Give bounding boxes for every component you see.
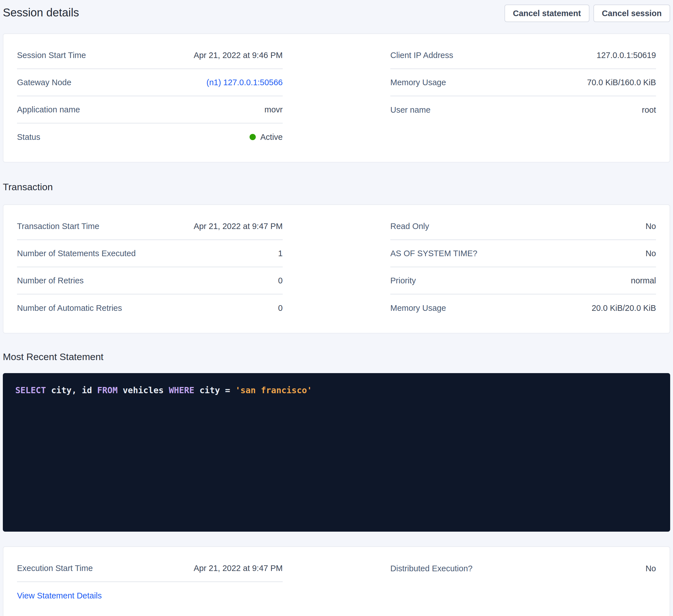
header-actions: Cancel statement Cancel session (504, 5, 670, 22)
session-summary-left-column: Session Start TimeApr 21, 2022 at 9:46 P… (17, 42, 283, 150)
sql-token-plain: vehicles (118, 385, 169, 395)
sql-statement-text: SELECT city, id FROM vehicles WHERE city… (15, 384, 658, 396)
number-of-statements-executed-label: Number of Statements Executed (17, 249, 136, 258)
read-only-value: No (646, 222, 656, 231)
page-title: Session details (3, 5, 79, 20)
user-name-row: User nameroot (390, 96, 656, 123)
transaction-right-column: Read OnlyNoAS OF SYSTEM TIME?NoPriorityn… (390, 213, 656, 322)
execution-right-column: Distributed Execution?No (390, 555, 656, 609)
session-start-time-row: Session Start TimeApr 21, 2022 at 9:46 P… (17, 42, 283, 69)
execution-start-time-label: Execution Start Time (17, 564, 93, 573)
as-of-system-time-value: No (646, 249, 656, 258)
memory-usage-label: Memory Usage (390, 303, 446, 313)
execution-columns: Execution Start TimeApr 21, 2022 at 9:47… (17, 555, 656, 609)
priority-row: Prioritynormal (390, 267, 656, 294)
memory-usage-row: Memory Usage20.0 KiB/20.0 KiB (390, 294, 656, 322)
priority-label: Priority (390, 276, 416, 285)
status-row: StatusActive (17, 123, 283, 150)
session-start-time-label: Session Start Time (17, 51, 86, 60)
as-of-system-time-row: AS OF SYSTEM TIME?No (390, 240, 656, 267)
number-of-retries-value: 0 (278, 276, 283, 285)
number-of-automatic-retries-row: Number of Automatic Retries0 (17, 294, 283, 322)
view-statement-details-row: View Statement Details (17, 582, 283, 609)
session-start-time-value: Apr 21, 2022 at 9:46 PM (194, 51, 283, 60)
status-label: Status (17, 132, 40, 142)
application-name-value: movr (264, 105, 283, 114)
execution-start-time-value: Apr 21, 2022 at 9:47 PM (194, 564, 283, 573)
most-recent-statement-heading: Most Recent Statement (3, 350, 670, 363)
session-summary-right-column: Client IP Address127.0.0.1:50619Memory U… (390, 42, 656, 150)
memory-usage-label: Memory Usage (390, 78, 446, 87)
number-of-statements-executed-value: 1 (278, 249, 283, 258)
view-statement-details-link[interactable]: View Statement Details (17, 591, 102, 600)
transaction-left-column: Transaction Start TimeApr 21, 2022 at 9:… (17, 213, 283, 322)
distributed-execution-value: No (646, 564, 656, 573)
cancel-statement-button[interactable]: Cancel statement (504, 5, 590, 22)
transaction-columns: Transaction Start TimeApr 21, 2022 at 9:… (17, 213, 656, 322)
client-ip-address-label: Client IP Address (390, 51, 453, 60)
distributed-execution-row: Distributed Execution?No (390, 555, 656, 582)
priority-value: normal (631, 276, 656, 285)
execution-card: Execution Start TimeApr 21, 2022 at 9:47… (3, 546, 670, 616)
transaction-start-time-row: Transaction Start TimeApr 21, 2022 at 9:… (17, 213, 283, 240)
execution-left-column: Execution Start TimeApr 21, 2022 at 9:47… (17, 555, 283, 609)
gateway-node-value-link[interactable]: (n1) 127.0.0.1:50566 (207, 78, 283, 87)
transaction-heading: Transaction (3, 181, 670, 193)
memory-usage-value: 70.0 KiB/160.0 KiB (587, 78, 656, 87)
sql-token-string: 'san francisco' (235, 385, 312, 395)
application-name-row: Application namemovr (17, 96, 283, 123)
memory-usage-value: 20.0 KiB/20.0 KiB (592, 303, 656, 313)
sql-token-keyword: WHERE (169, 385, 194, 395)
sql-token-keyword: SELECT (15, 385, 46, 395)
distributed-execution-label: Distributed Execution? (390, 564, 472, 573)
number-of-automatic-retries-label: Number of Automatic Retries (17, 303, 122, 313)
status-active-dot-icon (250, 134, 256, 140)
sql-token-keyword: FROM (97, 385, 118, 395)
client-ip-address-value: 127.0.0.1:50619 (597, 51, 656, 60)
number-of-statements-executed-row: Number of Statements Executed1 (17, 240, 283, 267)
execution-start-time-row: Execution Start TimeApr 21, 2022 at 9:47… (17, 555, 283, 582)
cancel-session-button[interactable]: Cancel session (594, 5, 670, 22)
session-summary-card: Session Start TimeApr 21, 2022 at 9:46 P… (3, 33, 670, 163)
transaction-start-time-label: Transaction Start Time (17, 222, 99, 231)
sql-token-plain: city, id (46, 385, 97, 395)
session-details-page: Session details Cancel statement Cancel … (0, 0, 673, 616)
gateway-node-row: Gateway Node(n1) 127.0.0.1:50566 (17, 69, 283, 96)
as-of-system-time-label: AS OF SYSTEM TIME? (390, 249, 477, 258)
application-name-label: Application name (17, 105, 80, 114)
gateway-node-label: Gateway Node (17, 78, 71, 87)
page-header: Session details Cancel statement Cancel … (3, 0, 670, 22)
sql-statement-box: SELECT city, id FROM vehicles WHERE city… (3, 373, 670, 532)
status-text: Active (260, 132, 283, 142)
number-of-retries-row: Number of Retries0 (17, 267, 283, 294)
memory-usage-row: Memory Usage70.0 KiB/160.0 KiB (390, 69, 656, 96)
transaction-card: Transaction Start TimeApr 21, 2022 at 9:… (3, 205, 670, 333)
session-summary-columns: Session Start TimeApr 21, 2022 at 9:46 P… (17, 42, 656, 150)
status-value: Active (250, 132, 283, 142)
read-only-row: Read OnlyNo (390, 213, 656, 240)
sql-token-plain: city = (194, 385, 235, 395)
transaction-start-time-value: Apr 21, 2022 at 9:47 PM (194, 222, 283, 231)
read-only-label: Read Only (390, 222, 429, 231)
user-name-label: User name (390, 105, 431, 115)
user-name-value: root (642, 105, 656, 115)
number-of-retries-label: Number of Retries (17, 276, 83, 285)
client-ip-address-row: Client IP Address127.0.0.1:50619 (390, 42, 656, 69)
number-of-automatic-retries-value: 0 (278, 303, 283, 313)
